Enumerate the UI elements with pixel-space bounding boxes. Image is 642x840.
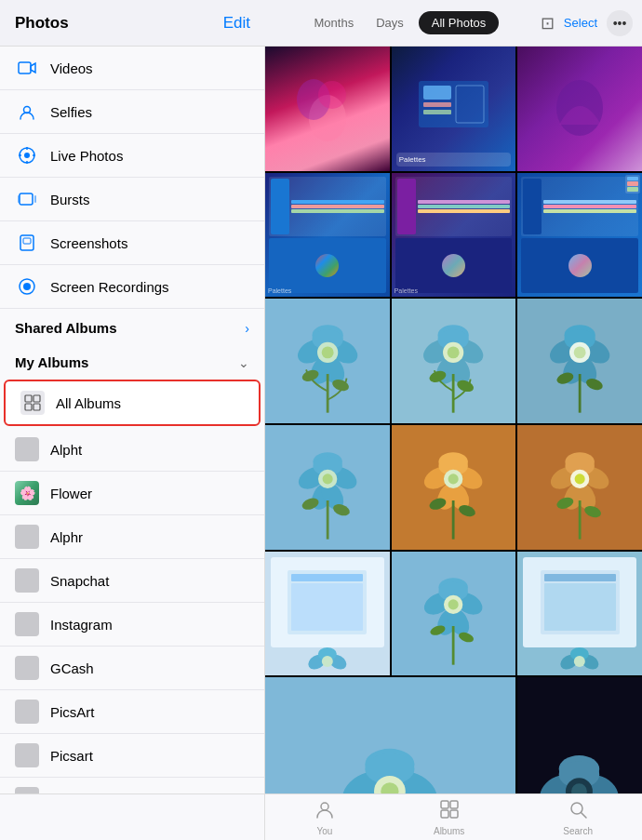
videos-icon [15,56,39,80]
instagram-label: Instagram [50,617,249,633]
picsart2-label: Picsart [50,748,249,764]
svg-rect-8 [20,193,33,205]
grid-cell-5-3[interactable] [517,552,642,676]
grid-cell-5-2[interactable] [392,552,516,676]
you-label: You [317,826,333,836]
edit-button[interactable]: Edit [223,14,250,33]
grid-cell-2-2[interactable]: Palettes [392,173,516,298]
flower-thumb: 🌸 [15,481,39,505]
videos-label: Videos [50,60,249,76]
svg-rect-9 [18,195,20,203]
grid-cell-3-3[interactable] [517,299,642,423]
top-bar-left: Photos Edit [0,14,265,33]
shared-albums-title: Shared Albums [15,320,116,336]
more-button[interactable]: ••• [607,10,633,36]
sidebar-item-capcut[interactable]: CapCut [0,778,264,793]
grid-row-2: Palettes [265,173,642,298]
grid-cell-2-1[interactable]: Palettes [265,173,390,298]
live-photos-label: Live Photos [50,148,249,164]
sidebar-item-picsart2[interactable]: Picsart [0,734,264,778]
grid-cell-6-1[interactable] [265,677,515,793]
main-content: Videos Selfies [0,47,642,793]
svg-rect-136 [441,801,448,808]
airplay-icon[interactable]: ⊡ [541,13,555,33]
grid-cell-4-3[interactable] [517,425,642,550]
sidebar-item-live-photos[interactable]: Live Photos [0,134,264,178]
gcash-thumb [15,656,39,680]
svg-rect-24 [423,102,451,107]
albums-label: Albums [434,826,464,836]
grid-cell-4-2[interactable] [392,425,516,550]
flower-label: Flower [50,486,249,501]
screen-recordings-icon [15,274,39,299]
alphr-thumb [15,525,39,549]
sidebar-item-alphr[interactable]: Alphr [0,515,264,559]
app-title: Photos [15,14,69,33]
shared-albums-section[interactable]: Shared Albums › [0,309,264,343]
svg-rect-25 [423,110,451,114]
bursts-label: Bursts [50,192,249,207]
grid-cell-4-1[interactable] [265,425,390,550]
sidebar-item-screenshots[interactable]: Screenshots [0,221,264,265]
grid-cell-6-2[interactable] [517,677,642,793]
sidebar-item-snapchat[interactable]: Snapchat [0,559,264,603]
svg-point-14 [23,283,31,290]
tab-months[interactable]: Months [307,12,362,33]
grid-cell-5-1[interactable] [265,552,390,676]
tab-days[interactable]: Days [368,12,411,33]
grid-row-3 [265,299,642,423]
svg-point-105 [448,600,459,610]
grid-row-4 [265,425,642,550]
top-bar: Photos Edit Months Days All Photos ⊡ Sel… [0,0,642,47]
bottom-tab-you[interactable]: You [300,793,350,841]
sidebar-item-selfies[interactable]: Selfies [0,90,264,134]
capcut-thumb [15,787,39,793]
grid-cell-1-3[interactable] [517,47,642,171]
bottom-tab-search[interactable]: Search [548,793,608,841]
svg-rect-138 [441,810,448,818]
sidebar: Videos Selfies [0,47,265,793]
sidebar-item-bursts[interactable]: Bursts [0,178,264,221]
shared-albums-chevron: › [245,321,249,336]
svg-rect-10 [34,195,36,203]
all-albums-label: All Albums [56,395,244,411]
sidebar-item-videos[interactable]: Videos [0,47,264,90]
grid-cell-1-2[interactable]: Palettes [392,47,516,171]
screen-recordings-label: Screen Recordings [50,279,249,295]
sidebar-item-screen-recordings[interactable]: Screen Recordings [0,265,264,309]
alphr-label: Alphr [50,529,249,545]
sidebar-item-instagram[interactable]: Instagram [0,603,264,647]
grid-cell-3-1[interactable] [265,299,390,423]
svg-rect-12 [23,238,31,244]
grid-cell-1-1[interactable] [265,47,390,171]
tab-all-photos[interactable]: All Photos [419,11,500,34]
svg-rect-11 [20,235,33,250]
alpht-thumb [15,437,39,461]
sidebar-item-flower[interactable]: 🌸 Flower [0,472,264,515]
select-button[interactable]: Select [564,16,597,30]
my-albums-chevron: ⌄ [238,355,249,370]
my-albums-title: My Albums [15,354,88,370]
svg-rect-17 [25,404,32,410]
my-albums-section[interactable]: My Albums ⌄ [0,343,264,378]
svg-point-21 [318,81,346,109]
grid-row-1: Palettes [265,47,642,171]
sidebar-item-alpht[interactable]: Alpht [0,428,264,472]
svg-point-57 [574,346,586,358]
bursts-icon [15,187,39,211]
sidebar-item-picsart1[interactable]: PicsArt [0,690,264,734]
instagram-thumb [15,612,39,636]
search-label: Search [563,826,593,836]
bottom-tabs: You Albums Search [0,793,642,840]
photo-grid[interactable]: Palettes [265,47,642,793]
svg-point-135 [321,803,328,810]
bottom-tab-albums[interactable]: Albums [419,793,479,841]
sidebar-item-all-albums[interactable]: All Albums [4,380,261,426]
sidebar-item-gcash[interactable]: GCash [0,647,264,690]
svg-point-46 [448,346,460,358]
grid-cell-2-3[interactable] [517,173,642,298]
bottom-tab-spacer [0,794,265,840]
snapchat-label: Snapchat [50,573,249,589]
top-bar-tabs: Months Days All Photos [265,11,541,34]
grid-cell-3-2[interactable] [392,299,516,423]
